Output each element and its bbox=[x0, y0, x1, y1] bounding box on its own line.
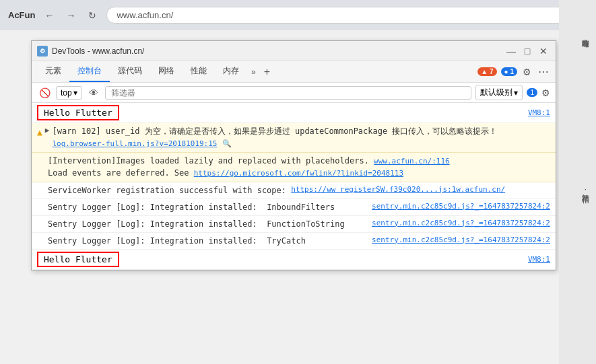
message-count-badge: 1 bbox=[527, 88, 537, 97]
right-panel: 趣味端游 舞踏·佰 bbox=[559, 0, 596, 364]
console-row-sw: ServiceWorker registration successful wi… bbox=[32, 182, 556, 199]
console-row-warn: ▲ ▶ [warn 102] user_id 为空，请确定是否传入，如果是异步通… bbox=[32, 123, 556, 153]
acfun-logo: AcFun bbox=[8, 10, 35, 20]
level-chevron: ▾ bbox=[514, 88, 518, 98]
devtools-icon: ⚙ bbox=[37, 46, 48, 57]
intervention-link2[interactable]: https://go.microsoft.com/fwlink/?linkid=… bbox=[194, 169, 403, 178]
context-chevron: ▾ bbox=[73, 88, 77, 98]
nav-forward[interactable]: → bbox=[63, 8, 78, 23]
sentry-link-1[interactable]: sentry.min.c2c85c9d.js?_=1647837257824:2 bbox=[372, 201, 550, 213]
warn-link[interactable]: log.browser-full.min.js?v=20181019:15 bbox=[52, 139, 217, 148]
tab-console[interactable]: 控制台 bbox=[69, 61, 110, 82]
error-badge: ▲ 7 bbox=[477, 67, 496, 76]
warn-text: [warn 102] user_id 为空，请确定是否传入，如果是异步通过 up… bbox=[52, 125, 550, 150]
eye-icon[interactable]: 👁 bbox=[86, 85, 101, 100]
right-text-2: 舞踏·佰 bbox=[581, 188, 591, 190]
console-row-sentry-1: Sentry Logger [Log]: Integration install… bbox=[32, 199, 556, 216]
context-label: top bbox=[61, 88, 72, 98]
intervention-link1[interactable]: www.acfun.cn/:116 bbox=[374, 157, 450, 166]
tab-memory[interactable]: 内存 bbox=[215, 61, 247, 82]
tab-more[interactable]: » bbox=[247, 65, 260, 79]
tab-add[interactable]: + bbox=[260, 63, 274, 81]
sw-link1[interactable]: https://ww registerSW.f39c020....js:1 bbox=[291, 184, 456, 196]
warn-triangle-icon: ▲ bbox=[37, 126, 42, 139]
context-selector[interactable]: top ▾ bbox=[56, 86, 82, 100]
clear-console-button[interactable]: 🚫 bbox=[37, 85, 52, 100]
console-settings-icon[interactable]: ⚙ bbox=[541, 87, 550, 98]
more-options-icon[interactable]: ⋯ bbox=[537, 64, 550, 79]
level-selector[interactable]: 默认级别 ▾ bbox=[475, 85, 523, 100]
devtools-window: ⚙ DevTools - www.acfun.cn/ — □ ✕ 元素 控制台 … bbox=[31, 40, 556, 270]
console-toolbar: 🚫 top ▾ 👁 默认级别 ▾ 1 ⚙ bbox=[32, 83, 556, 103]
console-content: Hello Flutter VM8:1 ▲ ▶ [warn 102] user_… bbox=[32, 103, 556, 270]
devtools-titlebar: ⚙ DevTools - www.acfun.cn/ — □ ✕ bbox=[32, 41, 556, 61]
nav-refresh[interactable]: ↻ bbox=[85, 8, 100, 23]
maximize-button[interactable]: □ bbox=[521, 44, 534, 58]
console-row-intervention: [Intervention]Images loaded lazily and r… bbox=[32, 153, 556, 182]
level-label: 默认级别 bbox=[480, 87, 512, 98]
sentry-link-2[interactable]: sentry.min.c2c85c9d.js?_=1647837257824:2 bbox=[372, 218, 550, 229]
devtools-tabs: 元素 控制台 源代码 网络 性能 内存 » + ▲ 7 ● 1 ⚙ ⋯ bbox=[32, 61, 556, 83]
warning-badge: ● 1 bbox=[501, 67, 517, 76]
close-button[interactable]: ✕ bbox=[537, 44, 550, 58]
warn-expand-icon[interactable]: ▶ bbox=[45, 125, 50, 137]
hello-flutter-link-1[interactable]: VM8:1 bbox=[528, 108, 550, 117]
hello-flutter-link-2[interactable]: VM8:1 bbox=[528, 255, 550, 264]
browser-toolbar: AcFun ← → ↻ www.acfun.cn/ bbox=[0, 0, 596, 30]
tabs-right: ▲ 7 ● 1 ⚙ ⋯ bbox=[477, 64, 550, 79]
console-row-sentry-2: Sentry Logger [Log]: Integration install… bbox=[32, 216, 556, 233]
tab-elements[interactable]: 元素 bbox=[37, 61, 69, 82]
tab-network[interactable]: 网络 bbox=[150, 61, 183, 82]
devtools-title: DevTools - www.acfun.cn/ bbox=[52, 46, 500, 56]
minimize-button[interactable]: — bbox=[504, 44, 518, 58]
tab-performance[interactable]: 性能 bbox=[183, 61, 215, 82]
hello-flutter-text-1: Hello Flutter bbox=[37, 105, 119, 120]
filter-input[interactable] bbox=[105, 86, 472, 100]
console-row-hello-1: Hello Flutter VM8:1 bbox=[32, 103, 556, 123]
window-controls: — □ ✕ bbox=[504, 44, 550, 58]
sw-link2[interactable]: w.acfun.cn/ bbox=[456, 184, 505, 196]
address-bar[interactable]: www.acfun.cn/ bbox=[106, 7, 588, 24]
nav-back[interactable]: ← bbox=[42, 8, 57, 23]
hello-flutter-text-2: Hello Flutter bbox=[37, 252, 119, 267]
sentry-link-3[interactable]: sentry.min.c2c85c9d.js?_=1647837257824:2 bbox=[372, 235, 550, 246]
tab-sources[interactable]: 源代码 bbox=[110, 61, 150, 82]
settings-icon[interactable]: ⚙ bbox=[521, 65, 533, 79]
console-row-sentry-3: Sentry Logger [Log]: Integration install… bbox=[32, 233, 556, 250]
search-icon[interactable]: 🔍 bbox=[222, 139, 232, 148]
console-row-hello-2: Hello Flutter VM8:1 bbox=[32, 250, 556, 270]
